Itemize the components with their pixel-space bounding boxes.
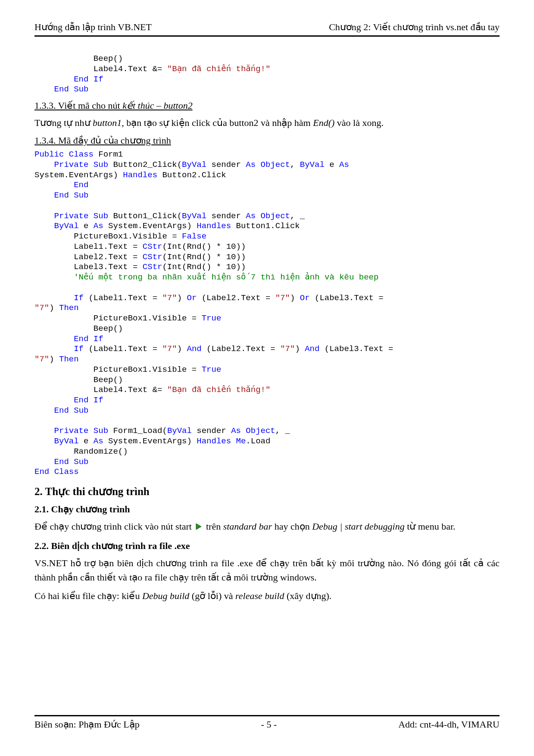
footer-left: Biên soạn: Phạm Đức Lập	[34, 719, 140, 730]
section-1-3-3: 1.3.3. Viết mã cho nút kết thúc – button…	[34, 100, 500, 111]
header-left: Hướng dẫn lập trình VB.NET	[34, 22, 152, 33]
paragraph-button2: Tương tự như button1, bạn tạo sự kiện cl…	[34, 116, 500, 130]
footer-center: - 5 -	[261, 719, 277, 730]
heading-2-2: 2.2. Biên dịch chương trình ra file .exe	[34, 540, 500, 552]
page-footer: Biên soạn: Phạm Đức Lập - 5 - Add: cnt-4…	[34, 715, 500, 730]
code-block-2: Public Class Form1 Private Sub Button2_C…	[34, 150, 500, 477]
heading-2-1: 2.1. Chạy chương trình	[34, 504, 500, 515]
heading-2: 2. Thực thi chương trình	[34, 485, 500, 498]
svg-marker-0	[196, 524, 201, 530]
section-1-3-4: 1.3.4. Mã đầy đủ của chương trình	[34, 135, 500, 146]
header-right: Chương 2: Viết chương trình vs.net đầu t…	[329, 22, 500, 33]
play-icon	[195, 520, 203, 534]
footer-right: Add: cnt-44-dh, VIMARU	[398, 719, 500, 730]
page-header: Hướng dẫn lập trình VB.NET Chương 2: Viế…	[34, 22, 500, 37]
paragraph-2-2a: VS.NET hỗ trợ bạn biên dịch chương trình…	[34, 556, 500, 584]
code-block-1: Beep() Label4.Text &= "Bạn đã chiến thắn…	[34, 54, 500, 95]
paragraph-2-2b: Có hai kiểu file chạy: kiểu Debug build …	[34, 589, 500, 603]
paragraph-2-1: Để chạy chương trình click vào nút start…	[34, 519, 500, 534]
